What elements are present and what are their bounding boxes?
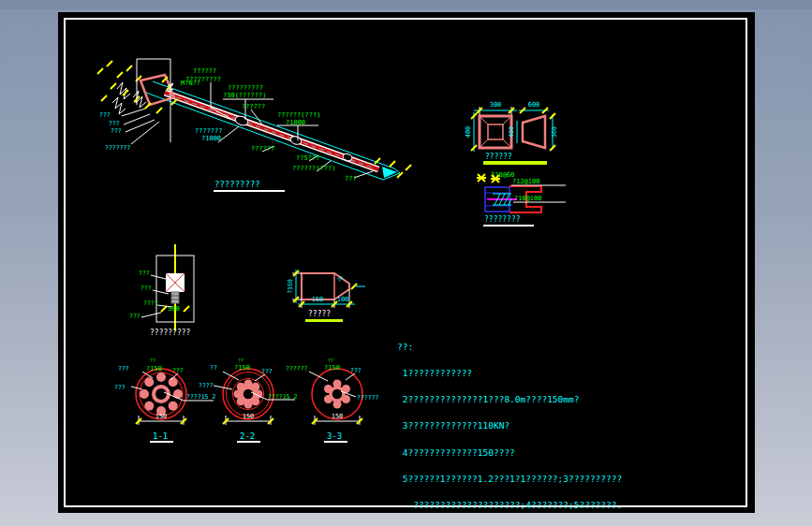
section-2-marks: ?? xyxy=(238,358,244,363)
note-line: ??: xyxy=(397,343,678,351)
general-notes-block: ??: 1???????????? 2??????????????1???8.0… xyxy=(397,325,678,526)
anchor-top-label-2: ????????? xyxy=(185,76,221,83)
pad-detail-underline xyxy=(483,161,547,165)
section-3-dim: 150 xyxy=(332,413,344,420)
square-height-dim: 400 xyxy=(465,126,472,139)
section-1-caption: 1-1 xyxy=(153,431,168,441)
square-width-dim: 300 xyxy=(490,101,502,109)
post-label-2: ??? xyxy=(140,285,152,292)
section-2-label-left: ???? xyxy=(199,382,214,389)
weld-rebar-label-1: ?12@100 xyxy=(512,178,540,185)
section-3-underline xyxy=(324,441,347,443)
section-1-label-right: ????15 2 xyxy=(186,393,215,401)
anchor-len-label: ??5??? xyxy=(296,154,319,162)
section-3-dia: ?150 xyxy=(324,364,340,372)
anchor-bolt-label-2: ?30(??????) xyxy=(223,92,266,99)
weld-caption-underline xyxy=(483,225,534,226)
post-label-1: ??? xyxy=(139,270,150,277)
anchor-mid-label: ?????? xyxy=(242,103,265,110)
section-2-dim: 150 xyxy=(243,413,255,420)
anchor-head-label-4: ??????? xyxy=(105,144,130,152)
note-line: 1???????????? xyxy=(397,369,678,377)
section-1-label-tl: ??? xyxy=(118,365,129,373)
section-3-caption: 3-3 xyxy=(327,431,342,441)
section-2-caption: 2-2 xyxy=(240,431,255,441)
section-2-dia: ?150 xyxy=(234,364,250,372)
section-2-label-tr: ??? xyxy=(261,368,273,375)
anchor-pipe-label-2: ?1000 xyxy=(201,135,221,142)
section-1-dia: ?150 xyxy=(146,365,162,373)
cone-dim-100: 100 xyxy=(337,296,349,303)
anchor-tip-label: ??? xyxy=(345,175,357,183)
post-caption: ????????? xyxy=(150,329,191,337)
weld-rebar-label-2: ?10@100 xyxy=(514,195,542,202)
section-1-label-tr: ??? xyxy=(172,367,184,374)
anchor-tail-label: ??????(???) xyxy=(292,165,335,172)
anchor-grout-label-1: ??????(???) xyxy=(277,111,320,119)
note-line: 4?????????????150???? xyxy=(397,448,678,457)
section-1-dim: 150 xyxy=(155,413,168,420)
anchor-head-label-2: ??? xyxy=(109,120,120,127)
anchor-bolt-label-1: ????????? xyxy=(228,84,263,92)
note-line: 3?????????????110KN? xyxy=(397,421,678,430)
section-3-label-tr: ??? xyxy=(350,367,362,374)
anchor-grout-label-2: ?1000 xyxy=(286,119,305,126)
note-line: 2??????????????1???8.0m????150mm? xyxy=(397,395,678,403)
trap-width-dim: 600 xyxy=(528,101,540,109)
post-sleeve xyxy=(171,292,179,303)
note-line: ????????????????????;4???????;5???????. xyxy=(397,501,678,509)
section-1-underline xyxy=(150,441,173,443)
anchor-title: ????????? xyxy=(214,180,260,189)
anchor-pipe-label-1: ??????? xyxy=(195,127,223,135)
trap-left-dim: 400 xyxy=(508,126,515,138)
section-1-label-left: ??? xyxy=(114,384,125,391)
anchor-title-underline xyxy=(214,190,285,192)
pad-detail-caption: ?????? xyxy=(485,153,512,161)
cone-dia-dim: ?160 xyxy=(287,279,294,294)
anchor-head-label-1: ??? xyxy=(99,111,111,119)
anchor-head-label-3: ??? xyxy=(111,127,122,135)
post-label-3: ???? xyxy=(143,300,158,307)
cone-caption-underline xyxy=(305,319,343,322)
section-3-marks: ?? xyxy=(328,358,333,363)
anchor-seg-label: ?????? xyxy=(251,145,274,153)
section-2-underline xyxy=(237,441,260,443)
section-3-label-right: ?????? xyxy=(357,394,379,402)
post-label-4: ??? xyxy=(129,313,140,320)
section-1-marks: ?? xyxy=(150,358,155,363)
weld-caption: ???????? xyxy=(484,215,521,224)
anchor-top-label-1: ?????? xyxy=(193,67,216,75)
section-2-label-right: ????15 2 xyxy=(268,393,297,401)
note-line: 5??????1??????1.2???1?1??????;3?????????… xyxy=(397,475,678,483)
section-3-label-tl: ?????? xyxy=(286,365,308,373)
section-2-label-tl: ?? xyxy=(210,364,217,372)
cone-caption: ????? xyxy=(308,310,331,318)
cone-dim-150: 150 xyxy=(312,296,324,303)
trap-right-dim: 360 xyxy=(551,126,558,138)
